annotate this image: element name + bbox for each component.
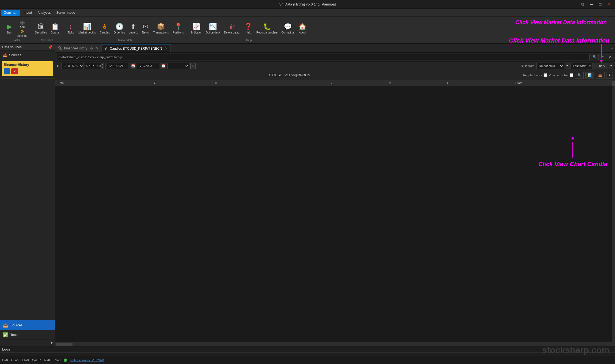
resize-handle[interactable]: ··· bbox=[0, 78, 55, 79]
report-problem-button[interactable]: 🐛 Report a problem bbox=[255, 19, 279, 38]
build-from-label: Build from: bbox=[521, 64, 535, 68]
binance-tab-close-icon[interactable]: ✕ bbox=[96, 46, 99, 50]
option-desk-button[interactable]: 📉 Option desk bbox=[204, 19, 222, 38]
order-log-icon: 🕐 bbox=[115, 23, 124, 30]
binance-tab-settings-icon[interactable]: ⚙ bbox=[90, 46, 93, 50]
menu-server-mode[interactable]: Server mode bbox=[54, 10, 78, 16]
menu-common[interactable]: Common bbox=[1, 10, 20, 16]
horizontal-scrollbar-area[interactable] bbox=[55, 342, 615, 346]
source-card-name: Binance-History bbox=[4, 63, 51, 67]
bottom-nav-arrow[interactable]: ▾ bbox=[0, 340, 55, 346]
table-container[interactable]: Time O H L C V OI State bbox=[55, 80, 615, 342]
annotation-market-data: Click View Market Data Information bbox=[515, 19, 607, 26]
level1-button[interactable]: ⬆ Level 1 bbox=[127, 19, 139, 38]
binary-dropdown-btn[interactable]: ▾ bbox=[609, 63, 613, 69]
boards-button[interactable]: 📋 Boards bbox=[49, 19, 61, 38]
path-input[interactable] bbox=[57, 54, 590, 60]
date-from-calendar-btn[interactable]: 📅 bbox=[130, 63, 136, 69]
contact-us-button[interactable]: 💬 Contact us bbox=[280, 19, 296, 38]
clear-date-btn[interactable]: ✕ bbox=[190, 63, 196, 69]
help-group-label: Help bbox=[246, 39, 252, 42]
boards-label: Boards bbox=[51, 31, 60, 34]
chart-symbol-btn[interactable]: 📊 bbox=[585, 72, 594, 79]
export-symbol-btn[interactable]: 📤 bbox=[596, 72, 605, 79]
source-blue-btn[interactable]: I bbox=[4, 68, 10, 74]
tf-select[interactable]: 0 : 0 : 5 : 0 bbox=[61, 63, 84, 69]
bottom-nav-tools[interactable]: ✅ Tools bbox=[0, 330, 55, 340]
status-ol: OL=0 bbox=[11, 359, 19, 362]
panel-header: Data sources 📌 bbox=[0, 44, 55, 51]
ticks-button[interactable]: ↕ Ticks bbox=[65, 19, 76, 38]
date-to-input[interactable] bbox=[137, 63, 159, 69]
candles-tab-close-icon[interactable]: ✕ bbox=[165, 47, 168, 51]
vertical-scrollbar[interactable] bbox=[612, 80, 615, 342]
help-button[interactable]: ❓ Help bbox=[243, 19, 254, 38]
restore-btn[interactable]: ⧉ bbox=[579, 1, 586, 7]
bottom-nav-sources[interactable]: 📥 Sources bbox=[0, 320, 55, 330]
panel-pin-btn[interactable]: 📌 bbox=[48, 45, 52, 49]
logs-area: Logs bbox=[0, 346, 615, 356]
build-from-dropdown-btn[interactable]: ▾ bbox=[565, 63, 569, 69]
binary-btn[interactable]: Binary bbox=[594, 63, 608, 69]
scrollbar-thumb[interactable] bbox=[612, 81, 615, 86]
add-button[interactable]: ➕ Add bbox=[15, 20, 29, 29]
minimize-btn[interactable]: ─ bbox=[588, 1, 595, 7]
close-btn[interactable]: ✕ bbox=[605, 1, 613, 7]
regular-hours-checkbox[interactable] bbox=[544, 73, 547, 77]
help-icon: ❓ bbox=[244, 23, 252, 30]
delete-data-icon: 🗑 bbox=[229, 23, 236, 30]
time-value: 0 : 0 : 5 : 0 bbox=[86, 64, 101, 68]
chevron-down-icon: ▾ bbox=[51, 341, 52, 345]
option-desk-label: Option desk bbox=[205, 31, 220, 34]
tab-candles-btcusd[interactable]: 🕯 Candles BTCUSD_PERP@BNBCN ✕ bbox=[102, 44, 171, 52]
spin-up-btn[interactable]: ▲ bbox=[101, 63, 104, 66]
candles-tab-label: Candles BTCUSD_PERP@BNBCN bbox=[110, 47, 162, 51]
horizontal-scrollbar-thumb[interactable] bbox=[56, 343, 73, 346]
news-button[interactable]: ✉ News bbox=[140, 19, 151, 38]
maximize-btn[interactable]: □ bbox=[596, 1, 604, 7]
col-v: V bbox=[387, 80, 445, 86]
start-button[interactable]: ▶ Start bbox=[4, 19, 15, 38]
release-link[interactable]: Release notes 3/13/2023 bbox=[70, 359, 104, 362]
search-symbol-btn[interactable]: 🔍 bbox=[575, 72, 584, 79]
source-card-binance[interactable]: Binance-History I ✕ bbox=[2, 61, 53, 76]
spin-down-btn[interactable]: ▼ bbox=[101, 66, 104, 69]
source-card-controls: I ✕ bbox=[4, 68, 51, 74]
search-path-btn[interactable]: 🔍 bbox=[591, 54, 599, 60]
close-path-btn[interactable]: ✕ bbox=[607, 54, 613, 60]
last-trade-select[interactable]: Last trade bbox=[571, 63, 592, 69]
transactions-button[interactable]: 📦 Transactions bbox=[152, 19, 171, 38]
positions-button[interactable]: 📍 Positions bbox=[171, 19, 185, 38]
data-table: Time O H L C V OI State bbox=[55, 80, 615, 86]
content-area: 🔌 Binance-History ⚙ ✕ 🕯 Candles BTCUSD_P… bbox=[55, 44, 615, 346]
window-controls[interactable]: ⧉ ─ □ ✕ bbox=[579, 1, 613, 7]
symbol-more-btn[interactable]: ▾ bbox=[606, 72, 613, 79]
indicator-button[interactable]: 📈 Indicator bbox=[190, 19, 203, 38]
option-desk-icon: 📉 bbox=[209, 23, 217, 30]
about-button[interactable]: 🏠 About bbox=[297, 19, 308, 38]
date-to-calendar-btn[interactable]: 📅 bbox=[160, 63, 166, 69]
date-from-input[interactable] bbox=[107, 63, 129, 69]
tab-binance-history[interactable]: 🔌 Binance-History ⚙ ✕ bbox=[55, 44, 102, 52]
delete-data-button[interactable]: 🗑 Delete data... bbox=[222, 19, 242, 38]
build-from-select[interactable]: Do not build bbox=[536, 63, 564, 69]
tab-dropdown-btn[interactable]: ▾ bbox=[609, 46, 615, 50]
candles-button[interactable]: 🕯 Candles bbox=[98, 19, 112, 38]
nav-item-sources[interactable]: 📥 Sources bbox=[1, 52, 54, 58]
settings-button[interactable]: ⚙ Settings bbox=[15, 29, 29, 37]
volume-profile-checkbox[interactable] bbox=[570, 73, 573, 77]
menu-import[interactable]: Import bbox=[20, 10, 35, 16]
candle-type-select[interactable] bbox=[167, 63, 189, 69]
menu-analytics[interactable]: Analytics bbox=[35, 10, 54, 16]
tools-bottom-icon: ✅ bbox=[3, 332, 8, 337]
source-red-btn[interactable]: ✕ bbox=[11, 68, 18, 74]
time-input[interactable]: 0 : 0 : 5 : 0 ▲ ▼ bbox=[85, 63, 106, 69]
transactions-icon: 📦 bbox=[157, 23, 165, 30]
order-log-button[interactable]: 🕐 Order log bbox=[112, 19, 127, 38]
market-depths-button[interactable]: 📊 Market depths bbox=[77, 19, 98, 38]
securities-button[interactable]: 🏛 Securities bbox=[33, 19, 49, 38]
binance-tab-label: Binance-History bbox=[64, 46, 87, 50]
report-problem-label: Report a problem bbox=[256, 31, 277, 34]
edit-path-btn[interactable]: ✏ bbox=[600, 54, 606, 60]
news-icon: ✉ bbox=[143, 23, 148, 30]
